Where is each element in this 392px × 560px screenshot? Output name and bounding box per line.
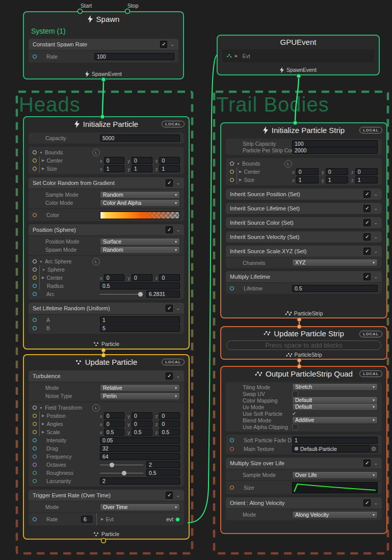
spawn-node-title-bar[interactable]: Spawn xyxy=(24,12,183,26)
inherit-color-block-header[interactable]: Inherit Source Color (Set) ✓⌄ xyxy=(226,217,382,228)
roughness-port-icon[interactable] xyxy=(33,471,37,475)
center-y-field[interactable]: 0 xyxy=(326,168,348,175)
position-mode-dropdown[interactable]: Surface▾ xyxy=(100,238,180,246)
scale-port-icon[interactable] xyxy=(33,430,37,434)
block-enabled-checkbox[interactable]: ✓ xyxy=(166,372,173,380)
radius-field[interactable]: 0.5 xyxy=(100,282,180,289)
expand-arrow-icon[interactable]: ▶ xyxy=(42,158,44,163)
foldout-arrow-icon[interactable]: ▼ xyxy=(237,162,240,166)
main-texture-field[interactable]: Default-Particle xyxy=(292,445,370,452)
chevron-down-icon[interactable]: ⌄ xyxy=(176,227,180,232)
update-particle-strip-title-bar[interactable]: Update Particle Strip LOCAL xyxy=(221,327,386,339)
block-enabled-checkbox[interactable]: ✓ xyxy=(363,273,371,280)
arc-sphere-port-icon[interactable] xyxy=(33,259,37,263)
sample-mode-dropdown[interactable]: Random▾ xyxy=(100,191,180,199)
center-z-field[interactable]: 0 xyxy=(159,274,180,281)
particle-output[interactable]: Particle xyxy=(24,339,189,349)
particle-output[interactable]: Particle xyxy=(24,529,189,539)
initialize-particle-strip-title-bar[interactable]: Initialize Particle Strip LOCAL xyxy=(221,123,386,137)
output-particle-strip-quad-node[interactable]: Output ParticleStrip Quad LOCAL Tiling M… xyxy=(220,366,387,534)
bounds-port-icon[interactable] xyxy=(230,162,234,166)
chevron-down-icon[interactable]: ⌄ xyxy=(374,206,378,211)
use-alpha-clipping-checkbox[interactable] xyxy=(292,424,298,430)
position-x-field[interactable]: 0 xyxy=(104,412,125,419)
lacunarity-field[interactable]: 2 xyxy=(100,477,180,485)
inherit-lifetime-block-header[interactable]: Inherit Source Lifetime (Set) ✓⌄ xyxy=(226,203,382,214)
fade-distance-field[interactable]: 1 xyxy=(292,437,378,444)
chevron-down-icon[interactable]: ⌄ xyxy=(176,493,180,498)
trigger-mode-dropdown[interactable]: Over Time▾ xyxy=(100,503,180,511)
tiling-mode-dropdown[interactable]: Stretch▾ xyxy=(292,383,378,391)
multiply-lifetime-block-header[interactable]: Multiply Lifetime ✓⌄ xyxy=(226,271,382,283)
initialize-particle-node[interactable]: Initialize Particle LOCAL Capacity 5000 … xyxy=(23,116,190,350)
center-port-icon[interactable] xyxy=(33,158,37,163)
chevron-down-icon[interactable]: ⌄ xyxy=(176,306,180,311)
frequency-port-icon[interactable] xyxy=(33,455,37,459)
size-port-icon[interactable] xyxy=(230,178,234,182)
gpu-event-node[interactable]: GPUEvent ▶ Evt SpawnEvent xyxy=(217,35,380,75)
expand-arrow-icon[interactable]: ▶ xyxy=(101,517,103,521)
rate-port-icon[interactable] xyxy=(33,55,37,59)
channels-dropdown[interactable]: XYZ▾ xyxy=(292,259,378,266)
radius-port-icon[interactable] xyxy=(33,284,37,288)
size-x-field[interactable]: 1 xyxy=(296,176,319,183)
center-z-field[interactable]: 0 xyxy=(355,168,378,175)
expand-arrow-icon[interactable]: ▶ xyxy=(42,276,44,280)
expand-arrow-icon[interactable]: ▶ xyxy=(42,167,44,171)
update-particle-node[interactable]: Update Particle LOCAL Turbulence ✓ ⌄ Mod… xyxy=(23,354,190,540)
evt-input-row[interactable]: ▶ Evt xyxy=(222,49,374,62)
chevron-down-icon[interactable]: ⌄ xyxy=(176,180,180,185)
trigger-rate-port-icon[interactable] xyxy=(33,517,37,521)
multiply-size-block-header[interactable]: Multiply Size over Life ✓⌄ xyxy=(226,458,382,469)
particle-strip-output[interactable]: ParticleStrip xyxy=(221,351,386,359)
update-particle-strip-node[interactable]: Update Particle Strip LOCAL Press space … xyxy=(220,326,387,360)
center-z-field[interactable]: 0 xyxy=(159,157,180,164)
center-port-icon[interactable] xyxy=(33,276,37,280)
drag-field[interactable]: 32 xyxy=(100,445,180,452)
particle-strip-output[interactable]: ParticleStrip xyxy=(221,309,386,317)
inherit-velocity-block-header[interactable]: Inherit Source Velocity (Set) ✓⌄ xyxy=(226,231,382,243)
drag-port-icon[interactable] xyxy=(33,446,37,450)
trail-bodies-group-label[interactable]: Trail Bodies xyxy=(216,93,329,116)
foldout-arrow-icon[interactable]: ▼ xyxy=(39,406,43,410)
block-enabled-checkbox[interactable]: ✓ xyxy=(363,219,371,226)
b-field[interactable]: 5 xyxy=(100,325,180,332)
center-y-field[interactable]: 0 xyxy=(132,274,152,281)
position-y-field[interactable]: 0 xyxy=(132,412,152,419)
size-z-field[interactable]: 1 xyxy=(159,165,180,172)
sample-mode-dropdown[interactable]: Over Life▾ xyxy=(292,471,378,479)
scale-z-field[interactable]: 0.5 xyxy=(159,429,180,436)
angles-z-field[interactable]: 0 xyxy=(159,420,180,428)
chevron-down-icon[interactable]: ⌄ xyxy=(374,249,378,254)
chevron-down-icon[interactable]: ⌄ xyxy=(374,220,378,225)
a-port-icon[interactable] xyxy=(33,318,37,322)
scale-y-field[interactable]: 0.5 xyxy=(132,429,152,436)
chevron-down-icon[interactable]: ⌄ xyxy=(374,192,378,197)
position-sphere-block-header[interactable]: Position (Sphere) ✓ ⌄ xyxy=(29,224,184,236)
center-x-field[interactable]: 0 xyxy=(104,274,125,281)
spawn-node[interactable]: Spawn System (1) Constant Spawn Rate ✓ ⌄… xyxy=(23,11,184,79)
inherit-position-block-header[interactable]: Inherit Source Position (Set) ✓⌄ xyxy=(226,189,382,200)
center-port-icon[interactable] xyxy=(230,170,234,174)
expand-arrow-icon[interactable]: ▶ xyxy=(42,414,44,418)
chevron-down-icon[interactable]: ⌄ xyxy=(374,461,378,466)
inherit-scale-block-header[interactable]: Inherit Source Scale.XYZ (Set) ✓⌄ xyxy=(226,246,382,257)
octaves-port-icon[interactable] xyxy=(33,463,37,467)
size-x-field[interactable]: 1 xyxy=(104,165,125,172)
arc-value-field[interactable]: 6.2831 xyxy=(146,290,180,298)
update-particle-title-bar[interactable]: Update Particle LOCAL xyxy=(24,355,189,369)
size-port-icon[interactable] xyxy=(230,486,234,490)
noise-type-dropdown[interactable]: Perlin▾ xyxy=(100,392,180,400)
roughness-value-field[interactable]: 0.5 xyxy=(146,469,180,476)
block-enabled-checkbox[interactable]: ✓ xyxy=(166,492,173,499)
object-picker-icon[interactable]: ⊙ xyxy=(370,445,378,452)
gpu-event-title-bar[interactable]: GPUEvent xyxy=(218,36,379,48)
block-enabled-checkbox[interactable]: ✓ xyxy=(166,226,173,233)
expand-arrow-icon[interactable]: ▶ xyxy=(239,170,242,174)
use-soft-particle-checkbox[interactable]: ✓ xyxy=(292,411,296,416)
frequency-field[interactable]: 64 xyxy=(100,453,180,460)
color-gradient-swatch[interactable] xyxy=(100,211,180,219)
arc-slider[interactable] xyxy=(100,291,143,297)
wire-evt-to-gpuevent[interactable] xyxy=(188,55,217,523)
set-lifetime-block-header[interactable]: Set Lifetime Random (Uniform) ✓ ⌄ xyxy=(29,303,184,314)
